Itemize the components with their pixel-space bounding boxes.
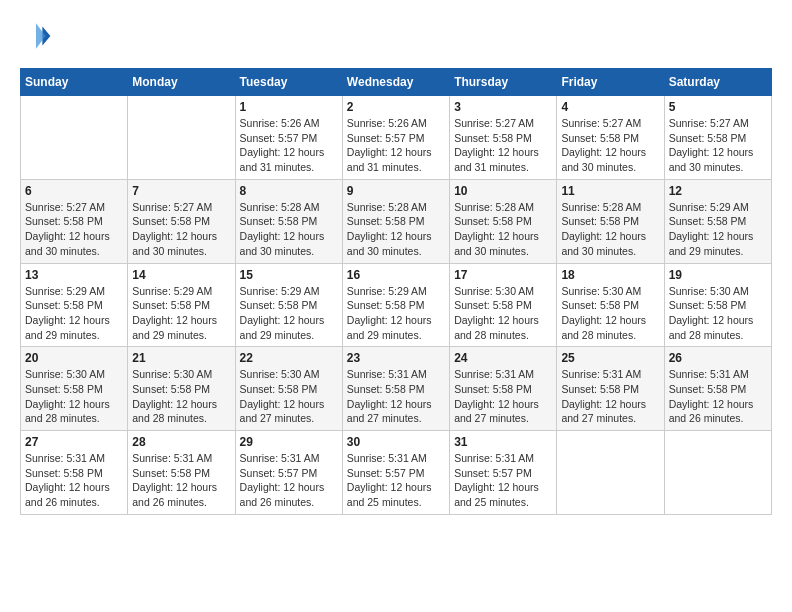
calendar-day-cell: 9Sunrise: 5:28 AM Sunset: 5:58 PM Daylig… [342,179,449,263]
calendar-day-cell: 20Sunrise: 5:30 AM Sunset: 5:58 PM Dayli… [21,347,128,431]
calendar-day-cell: 13Sunrise: 5:29 AM Sunset: 5:58 PM Dayli… [21,263,128,347]
calendar-day-cell [128,96,235,180]
weekday-header-cell: Sunday [21,69,128,96]
calendar-day-cell: 10Sunrise: 5:28 AM Sunset: 5:58 PM Dayli… [450,179,557,263]
day-info: Sunrise: 5:28 AM Sunset: 5:58 PM Dayligh… [347,200,445,259]
logo [20,20,56,52]
calendar-day-cell [21,96,128,180]
calendar-week-row: 1Sunrise: 5:26 AM Sunset: 5:57 PM Daylig… [21,96,772,180]
day-number: 17 [454,268,552,282]
day-info: Sunrise: 5:29 AM Sunset: 5:58 PM Dayligh… [132,284,230,343]
day-info: Sunrise: 5:29 AM Sunset: 5:58 PM Dayligh… [240,284,338,343]
day-info: Sunrise: 5:30 AM Sunset: 5:58 PM Dayligh… [561,284,659,343]
calendar-day-cell: 1Sunrise: 5:26 AM Sunset: 5:57 PM Daylig… [235,96,342,180]
day-info: Sunrise: 5:30 AM Sunset: 5:58 PM Dayligh… [132,367,230,426]
day-number: 16 [347,268,445,282]
day-number: 29 [240,435,338,449]
calendar-day-cell: 15Sunrise: 5:29 AM Sunset: 5:58 PM Dayli… [235,263,342,347]
day-number: 9 [347,184,445,198]
day-number: 5 [669,100,767,114]
calendar-day-cell: 19Sunrise: 5:30 AM Sunset: 5:58 PM Dayli… [664,263,771,347]
logo-icon [20,20,52,52]
weekday-header-cell: Monday [128,69,235,96]
day-number: 7 [132,184,230,198]
day-info: Sunrise: 5:27 AM Sunset: 5:58 PM Dayligh… [132,200,230,259]
weekday-header-cell: Wednesday [342,69,449,96]
day-info: Sunrise: 5:31 AM Sunset: 5:57 PM Dayligh… [240,451,338,510]
day-info: Sunrise: 5:30 AM Sunset: 5:58 PM Dayligh… [25,367,123,426]
day-number: 2 [347,100,445,114]
day-info: Sunrise: 5:29 AM Sunset: 5:58 PM Dayligh… [347,284,445,343]
calendar-day-cell: 18Sunrise: 5:30 AM Sunset: 5:58 PM Dayli… [557,263,664,347]
day-number: 27 [25,435,123,449]
day-number: 26 [669,351,767,365]
day-number: 8 [240,184,338,198]
day-number: 1 [240,100,338,114]
calendar-day-cell: 2Sunrise: 5:26 AM Sunset: 5:57 PM Daylig… [342,96,449,180]
day-info: Sunrise: 5:27 AM Sunset: 5:58 PM Dayligh… [561,116,659,175]
calendar-day-cell: 5Sunrise: 5:27 AM Sunset: 5:58 PM Daylig… [664,96,771,180]
day-number: 25 [561,351,659,365]
calendar-day-cell: 6Sunrise: 5:27 AM Sunset: 5:58 PM Daylig… [21,179,128,263]
calendar-day-cell: 30Sunrise: 5:31 AM Sunset: 5:57 PM Dayli… [342,431,449,515]
calendar-day-cell: 24Sunrise: 5:31 AM Sunset: 5:58 PM Dayli… [450,347,557,431]
day-number: 4 [561,100,659,114]
calendar-day-cell: 7Sunrise: 5:27 AM Sunset: 5:58 PM Daylig… [128,179,235,263]
calendar-day-cell [664,431,771,515]
calendar-day-cell: 16Sunrise: 5:29 AM Sunset: 5:58 PM Dayli… [342,263,449,347]
day-info: Sunrise: 5:31 AM Sunset: 5:58 PM Dayligh… [132,451,230,510]
day-number: 13 [25,268,123,282]
day-info: Sunrise: 5:27 AM Sunset: 5:58 PM Dayligh… [454,116,552,175]
day-number: 24 [454,351,552,365]
day-number: 14 [132,268,230,282]
weekday-header-row: SundayMondayTuesdayWednesdayThursdayFrid… [21,69,772,96]
calendar-day-cell: 21Sunrise: 5:30 AM Sunset: 5:58 PM Dayli… [128,347,235,431]
day-info: Sunrise: 5:29 AM Sunset: 5:58 PM Dayligh… [669,200,767,259]
day-info: Sunrise: 5:31 AM Sunset: 5:58 PM Dayligh… [347,367,445,426]
day-info: Sunrise: 5:31 AM Sunset: 5:57 PM Dayligh… [347,451,445,510]
page-header [20,20,772,52]
day-number: 31 [454,435,552,449]
calendar-body: 1Sunrise: 5:26 AM Sunset: 5:57 PM Daylig… [21,96,772,515]
calendar-day-cell: 17Sunrise: 5:30 AM Sunset: 5:58 PM Dayli… [450,263,557,347]
day-info: Sunrise: 5:30 AM Sunset: 5:58 PM Dayligh… [454,284,552,343]
calendar-day-cell: 12Sunrise: 5:29 AM Sunset: 5:58 PM Dayli… [664,179,771,263]
day-number: 21 [132,351,230,365]
day-number: 20 [25,351,123,365]
weekday-header-cell: Tuesday [235,69,342,96]
day-info: Sunrise: 5:30 AM Sunset: 5:58 PM Dayligh… [240,367,338,426]
day-info: Sunrise: 5:27 AM Sunset: 5:58 PM Dayligh… [669,116,767,175]
calendar-week-row: 27Sunrise: 5:31 AM Sunset: 5:58 PM Dayli… [21,431,772,515]
day-info: Sunrise: 5:29 AM Sunset: 5:58 PM Dayligh… [25,284,123,343]
day-info: Sunrise: 5:28 AM Sunset: 5:58 PM Dayligh… [561,200,659,259]
day-info: Sunrise: 5:27 AM Sunset: 5:58 PM Dayligh… [25,200,123,259]
calendar-day-cell: 23Sunrise: 5:31 AM Sunset: 5:58 PM Dayli… [342,347,449,431]
calendar-day-cell: 25Sunrise: 5:31 AM Sunset: 5:58 PM Dayli… [557,347,664,431]
calendar-day-cell: 3Sunrise: 5:27 AM Sunset: 5:58 PM Daylig… [450,96,557,180]
day-info: Sunrise: 5:26 AM Sunset: 5:57 PM Dayligh… [347,116,445,175]
day-info: Sunrise: 5:31 AM Sunset: 5:58 PM Dayligh… [25,451,123,510]
day-number: 22 [240,351,338,365]
calendar-day-cell: 14Sunrise: 5:29 AM Sunset: 5:58 PM Dayli… [128,263,235,347]
calendar-day-cell: 11Sunrise: 5:28 AM Sunset: 5:58 PM Dayli… [557,179,664,263]
calendar-day-cell: 26Sunrise: 5:31 AM Sunset: 5:58 PM Dayli… [664,347,771,431]
calendar-day-cell [557,431,664,515]
day-number: 23 [347,351,445,365]
calendar-day-cell: 31Sunrise: 5:31 AM Sunset: 5:57 PM Dayli… [450,431,557,515]
day-number: 19 [669,268,767,282]
day-info: Sunrise: 5:31 AM Sunset: 5:58 PM Dayligh… [454,367,552,426]
day-info: Sunrise: 5:28 AM Sunset: 5:58 PM Dayligh… [240,200,338,259]
day-number: 12 [669,184,767,198]
day-info: Sunrise: 5:30 AM Sunset: 5:58 PM Dayligh… [669,284,767,343]
day-number: 30 [347,435,445,449]
calendar-day-cell: 27Sunrise: 5:31 AM Sunset: 5:58 PM Dayli… [21,431,128,515]
weekday-header-cell: Friday [557,69,664,96]
day-number: 18 [561,268,659,282]
weekday-header-cell: Saturday [664,69,771,96]
day-info: Sunrise: 5:31 AM Sunset: 5:58 PM Dayligh… [669,367,767,426]
day-info: Sunrise: 5:28 AM Sunset: 5:58 PM Dayligh… [454,200,552,259]
calendar-table: SundayMondayTuesdayWednesdayThursdayFrid… [20,68,772,515]
day-info: Sunrise: 5:31 AM Sunset: 5:57 PM Dayligh… [454,451,552,510]
day-number: 10 [454,184,552,198]
day-number: 6 [25,184,123,198]
